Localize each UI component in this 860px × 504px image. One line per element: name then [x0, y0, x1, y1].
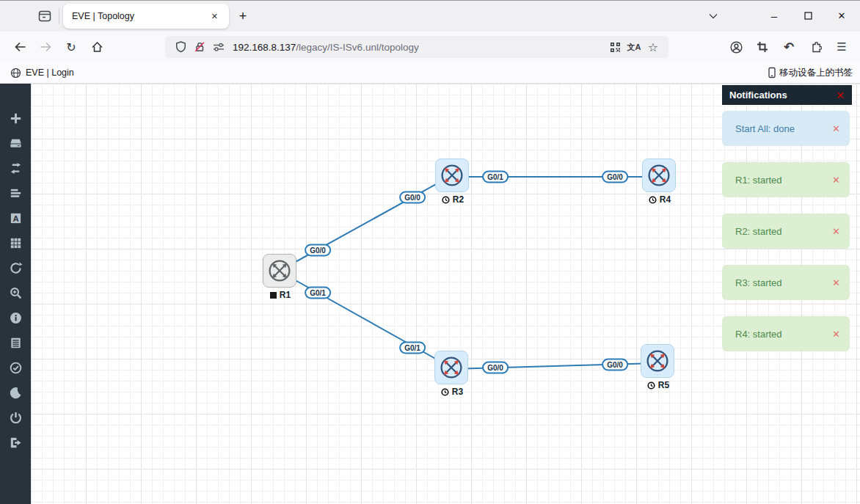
reload-icon[interactable]: ↻ [60, 37, 82, 57]
tracking-shield-icon[interactable] [171, 38, 190, 56]
screenshot-icon[interactable] [751, 37, 773, 57]
notifications-panel: Notifications ✕ Start All: done✕R1: star… [722, 85, 852, 351]
back-icon[interactable] [9, 37, 31, 57]
link-r1-r3[interactable] [280, 271, 451, 368]
iface-label[interactable]: G0/1 [305, 287, 331, 299]
url-text[interactable]: 192.168.8.137/legacy/IS-ISv6.unl/topolog… [233, 42, 605, 53]
sidebar-nodes-icon[interactable] [0, 131, 31, 156]
node-label: R3 [415, 387, 489, 397]
window-minimize-button[interactable]: – [757, 1, 791, 30]
url-host: 192.168.8.137 [233, 42, 296, 53]
mobile-bookmarks[interactable]: 移动设备上的书签 [767, 67, 853, 79]
notification-close-icon[interactable]: ✕ [832, 175, 840, 186]
extensions-puzzle-icon[interactable] [804, 37, 826, 57]
active-tab[interactable]: EVE | Topology ✕ [63, 4, 229, 29]
topology-canvas[interactable]: G0/0 G0/0 G0/1 G0/1 G0/1 G0/0 G0/0 G0/0 … [31, 84, 860, 504]
notifications-close-icon[interactable]: ✕ [836, 90, 845, 101]
node-r2[interactable]: R2 [435, 158, 469, 192]
globe-icon [10, 67, 21, 78]
sidebar-dark-mode-icon[interactable] [0, 380, 31, 405]
undo-icon[interactable]: ↶ [778, 37, 800, 57]
link-r1-r2[interactable] [280, 175, 452, 271]
sidebar-logout-icon[interactable] [0, 430, 31, 455]
svg-text:A: A [12, 213, 18, 222]
iface-label[interactable]: G0/0 [602, 359, 628, 371]
notifications-header: Notifications ✕ [722, 85, 852, 105]
router-icon [436, 159, 468, 191]
node-label: R2 [416, 194, 489, 205]
qr-code-icon[interactable] [605, 38, 624, 56]
sidebar-add-object-icon[interactable] [0, 106, 31, 131]
notifications-list: Start All: done✕R1: started✕R2: started✕… [722, 111, 852, 351]
phone-icon [767, 67, 777, 78]
tab-title: EVE | Topology [72, 11, 208, 21]
iface-label[interactable]: G0/0 [305, 244, 331, 257]
sidebar-configured-nodes-icon[interactable] [0, 330, 31, 355]
window-maximize-button[interactable] [791, 1, 825, 30]
iface-label[interactable]: G0/1 [399, 342, 426, 354]
status-clock-icon [647, 381, 655, 390]
notification-item: R2: started✕ [722, 213, 850, 249]
status-clock-icon [649, 196, 657, 204]
iface-label[interactable]: G0/0 [602, 171, 628, 183]
bookmark-label: EVE | Login [26, 67, 74, 78]
node-r1[interactable]: R1 [263, 254, 296, 288]
sidebar-refresh-topology-icon[interactable] [0, 255, 31, 280]
sidebar-close-lab-icon[interactable] [0, 405, 31, 430]
notifications-title: Notifications [729, 90, 836, 101]
notification-text: Start All: done [735, 123, 795, 134]
notification-close-icon[interactable]: ✕ [832, 226, 840, 237]
navigation-toolbar: ↻ 192.168.8.137/legacy/IS-ISv6.unl/topol… [0, 32, 860, 62]
node-r3[interactable]: R3 [434, 351, 468, 384]
iface-label[interactable]: G0/1 [482, 171, 509, 183]
sidebar-startup-configs-icon[interactable] [0, 180, 31, 205]
window-close-button[interactable]: ✕ [825, 1, 859, 30]
menu-icon[interactable]: ☰ [831, 37, 853, 57]
insecure-lock-icon[interactable] [190, 38, 209, 56]
notification-item: R3: started✕ [722, 265, 850, 300]
new-tab-button[interactable]: + [233, 7, 252, 26]
status-clock-icon [441, 388, 449, 396]
notification-close-icon[interactable]: ✕ [832, 123, 840, 134]
account-icon[interactable] [725, 37, 747, 57]
notification-text: R1: started [735, 175, 782, 186]
sidebar-status-icon[interactable] [0, 305, 31, 330]
sidebar-text-objects-icon[interactable]: A [0, 205, 31, 230]
notification-text: R2: started [735, 226, 782, 237]
bookmarks-bar: EVE | Login 移动设备上的书签 [0, 62, 860, 84]
sidebar-more-actions-icon[interactable] [0, 230, 31, 255]
tab-strip: EVE | Topology ✕ + – ✕ [0, 1, 860, 32]
sidebar-networks-icon[interactable] [0, 156, 31, 180]
notification-close-icon[interactable]: ✕ [832, 277, 840, 288]
eve-sidebar: A [0, 84, 31, 504]
sidebar-zoom-icon[interactable] [0, 280, 31, 305]
router-icon [435, 351, 467, 384]
node-r4[interactable]: R4 [642, 158, 676, 192]
bookmark-star-icon[interactable]: ☆ [644, 38, 663, 56]
notification-close-icon[interactable]: ✕ [832, 329, 840, 340]
permissions-icon[interactable] [209, 38, 228, 56]
node-r5[interactable]: R5 [641, 344, 674, 378]
url-bar[interactable]: 192.168.8.137/legacy/IS-ISv6.unl/topolog… [165, 36, 668, 58]
status-stopped-icon [270, 292, 277, 299]
iface-label[interactable]: G0/0 [482, 362, 509, 374]
bookmark-eve-login[interactable]: EVE | Login [10, 67, 74, 78]
notification-item: Start All: done✕ [722, 111, 850, 146]
browser-window: EVE | Topology ✕ + – ✕ ↻ [0, 0, 860, 504]
tab-close-icon[interactable]: ✕ [208, 10, 222, 23]
router-icon [643, 159, 675, 191]
home-icon[interactable] [86, 37, 108, 57]
mobile-bookmarks-label: 移动设备上的书签 [779, 67, 853, 79]
list-all-tabs-icon[interactable] [704, 8, 722, 24]
notification-text: R4: started [735, 329, 782, 340]
translate-icon[interactable]: 文A [624, 38, 644, 56]
iface-label[interactable]: G0/0 [399, 191, 426, 204]
sidebar-lab-details-icon[interactable] [0, 355, 31, 380]
status-clock-icon [442, 196, 450, 204]
router-icon [641, 345, 674, 377]
forward-icon[interactable] [34, 37, 57, 57]
node-label: R4 [623, 194, 696, 205]
url-path: /legacy/IS-ISv6.unl/topology [296, 42, 418, 53]
router-icon [263, 255, 296, 287]
firefox-view-icon[interactable] [35, 7, 54, 25]
